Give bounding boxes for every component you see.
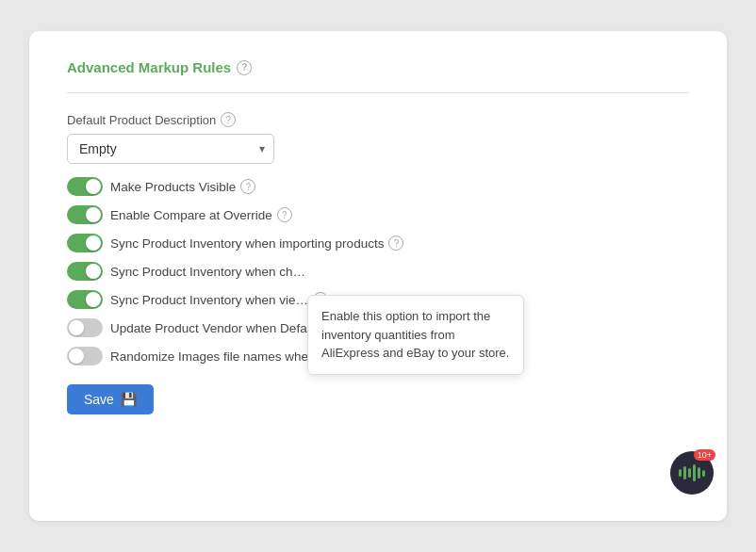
toggle-compare-override-help[interactable]: ? <box>277 207 292 222</box>
description-select-wrapper: Empty Use Product Description Use Short … <box>67 134 274 164</box>
description-select[interactable]: Empty Use Product Description Use Short … <box>67 134 274 164</box>
toggle-row-compare-override: Enable Compare at Override ? <box>67 205 689 224</box>
toggle-sync-view[interactable] <box>67 290 103 309</box>
save-icon: 💾 <box>121 392 137 407</box>
toggle-randomize-images[interactable] <box>67 347 103 365</box>
description-help-icon[interactable]: ? <box>221 112 236 127</box>
section-divider <box>67 92 689 93</box>
toggle-sync-change[interactable] <box>67 262 103 281</box>
toggle-row-sync-import: Sync Product Inventory when importing pr… <box>67 234 689 252</box>
section-title-text: Advanced Markup Rules <box>67 59 231 75</box>
tooltip-text: Enable this option to import the invento… <box>321 309 509 360</box>
toggle-row-make-visible: Make Products Visible ? <box>67 177 689 196</box>
toggle-update-vendor[interactable] <box>67 318 103 337</box>
toggle-make-visible-help[interactable]: ? <box>240 179 255 194</box>
toggle-sync-import-help[interactable]: ? <box>388 235 403 251</box>
save-button[interactable]: Save 💾 <box>67 384 154 414</box>
sound-bars-icon <box>679 464 705 481</box>
toggle-compare-override[interactable] <box>67 205 103 224</box>
toggle-make-visible[interactable] <box>67 177 103 196</box>
toggle-sync-import[interactable] <box>67 234 103 252</box>
description-field-label: Default Product Description ? <box>67 112 689 127</box>
notification-bubble[interactable]: 10+ <box>670 451 714 495</box>
tooltip-box: Enable this option to import the invento… <box>307 295 524 375</box>
section-title-row: Advanced Markup Rules ? <box>67 59 689 75</box>
notification-badge: 10+ <box>694 449 715 461</box>
section-help-icon[interactable]: ? <box>237 60 252 75</box>
main-card: Advanced Markup Rules ? Default Product … <box>29 31 727 521</box>
toggle-row-sync-change: Sync Product Inventory when ch… <box>67 262 689 281</box>
